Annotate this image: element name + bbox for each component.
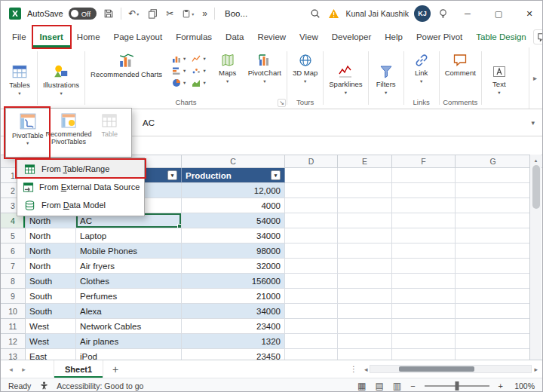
dialog-launcher-icon[interactable]: ↘: [278, 99, 286, 107]
scrollbar-thumb[interactable]: [399, 366, 474, 372]
cell-product[interactable]: Clothes: [76, 274, 182, 289]
illustrations-button[interactable]: Illustrations ▾: [40, 60, 82, 97]
maximize-button[interactable]: ▢: [486, 1, 511, 26]
cell-product[interactable]: Air fryers: [76, 259, 182, 274]
hscroll-right-icon[interactable]: ▸: [534, 366, 538, 373]
tab-formulas[interactable]: Formulas: [169, 26, 219, 47]
col-header-c[interactable]: C: [182, 155, 285, 167]
cell-region[interactable]: North: [26, 243, 76, 259]
cell-product[interactable]: Alexa: [76, 304, 182, 319]
zoom-out-button[interactable]: −: [409, 381, 416, 390]
cell-production[interactable]: 12,000: [182, 183, 285, 198]
clipboard-icon[interactable]: ▾: [180, 8, 195, 19]
row-header[interactable]: 7: [1, 259, 26, 274]
scatter-chart-button[interactable]: ▾: [192, 66, 205, 75]
user-name[interactable]: Kunal Jai Kaushik: [346, 9, 409, 18]
filter-button[interactable]: ▾: [271, 170, 281, 180]
view-normal-icon[interactable]: ▦: [356, 381, 367, 391]
tab-help[interactable]: Help: [378, 26, 410, 47]
menu-item-from-data-model[interactable]: From Data Model: [17, 196, 144, 214]
zoom-in-button[interactable]: +: [497, 381, 505, 390]
cell-region[interactable]: West: [26, 334, 76, 349]
close-button[interactable]: ✕: [517, 1, 542, 26]
text-button[interactable]: Text ▾: [484, 61, 514, 96]
cell-region[interactable]: West: [26, 319, 76, 334]
row-header[interactable]: 13: [1, 349, 26, 360]
row-header[interactable]: 5: [1, 228, 26, 243]
cell-region[interactable]: East: [26, 349, 76, 360]
sparklines-button[interactable]: Sparklines ▾: [326, 61, 365, 96]
row-header[interactable]: 6: [1, 243, 26, 259]
cell-production[interactable]: 4000: [182, 198, 285, 213]
row-header[interactable]: 8: [1, 274, 26, 289]
line-chart-button[interactable]: ▾: [192, 54, 205, 63]
view-page-layout-icon[interactable]: ▤: [373, 381, 385, 391]
autosave-toggle[interactable]: Off: [69, 8, 97, 20]
cell-production-header[interactable]: Production▾: [182, 168, 285, 183]
save-icon[interactable]: [102, 7, 115, 20]
3d-map-button[interactable]: 3D Map ▾: [290, 50, 321, 85]
cell-product[interactable]: Network Cables: [76, 319, 182, 334]
cell-product[interactable]: iPod: [76, 349, 182, 360]
cell-production[interactable]: 98000: [182, 243, 285, 259]
cell-product[interactable]: Air planes: [76, 334, 182, 349]
cell-product[interactable]: Mobile Phones: [76, 243, 182, 259]
tables-button[interactable]: Tables ▾: [5, 60, 35, 97]
recommended-pivottables-button[interactable]: Recommended PivotTables: [48, 110, 88, 155]
cell-production[interactable]: 34000: [182, 304, 285, 319]
col-header-e[interactable]: E: [338, 155, 392, 167]
comment-button[interactable]: Comment: [442, 50, 479, 79]
cell-region[interactable]: North: [26, 259, 76, 274]
formula-input[interactable]: AC: [143, 118, 155, 127]
alert-icon[interactable]: [327, 7, 341, 20]
document-title[interactable]: Boo...: [225, 9, 247, 18]
maps-button[interactable]: Maps ▾: [213, 50, 243, 85]
scroll-up-icon[interactable]: ▴: [535, 155, 538, 165]
col-header-g[interactable]: G: [456, 155, 531, 167]
bar-chart-button[interactable]: ▾: [172, 66, 186, 75]
zoom-slider[interactable]: [425, 385, 489, 387]
tab-view[interactable]: View: [293, 26, 325, 47]
tab-developer[interactable]: Developer: [325, 26, 378, 47]
recommended-charts-button[interactable]: Recommended Charts: [87, 50, 165, 81]
col-header-d[interactable]: D: [285, 155, 338, 167]
cell-production[interactable]: 156000: [182, 274, 285, 289]
sheet-nav-right-icon[interactable]: ▸: [18, 366, 29, 373]
view-page-break-icon[interactable]: ▥: [391, 381, 403, 391]
cell-product[interactable]: Laptop: [76, 228, 182, 243]
tab-data[interactable]: Data: [219, 26, 250, 47]
cell-production[interactable]: 23400: [182, 319, 285, 334]
accessibility-status[interactable]: Accessibility: Good to go: [57, 381, 143, 390]
more-commands-icon[interactable]: »: [201, 8, 209, 19]
cell-region[interactable]: South: [26, 289, 76, 304]
vertical-scrollbar[interactable]: ▴: [529, 155, 541, 360]
tab-insert[interactable]: Insert: [33, 26, 70, 47]
column-chart-button[interactable]: ▾: [172, 54, 186, 63]
row-header[interactable]: 12: [1, 334, 26, 349]
tab-file[interactable]: File: [5, 26, 33, 47]
sheet-nav-left-icon[interactable]: ◂: [5, 366, 17, 373]
undo-button[interactable]: ↶▾: [127, 8, 140, 19]
pivottable-button[interactable]: PivotTable ▾: [8, 110, 48, 155]
minimize-button[interactable]: ─: [455, 1, 480, 26]
cell-production[interactable]: 32000: [182, 259, 285, 274]
splitter-icon[interactable]: ⋮: [345, 365, 362, 373]
col-header-f[interactable]: F: [392, 155, 456, 167]
tab-home[interactable]: Home: [70, 26, 107, 47]
row-header[interactable]: 11: [1, 319, 26, 334]
horizontal-scrollbar[interactable]: [370, 365, 532, 373]
cell-region[interactable]: North: [26, 228, 76, 243]
row-header[interactable]: 9: [1, 289, 26, 304]
zoom-slider-knob[interactable]: [455, 381, 459, 390]
cell-production[interactable]: 1320: [182, 334, 285, 349]
cell-region[interactable]: South: [26, 304, 76, 319]
cell-region[interactable]: South: [26, 274, 76, 289]
filters-button[interactable]: Filters ▾: [371, 61, 401, 96]
menu-item-from-table-range[interactable]: From Table/Range: [17, 160, 144, 178]
pie-chart-button[interactable]: ▾: [172, 78, 186, 87]
cut-icon[interactable]: ✂: [164, 8, 175, 19]
zoom-level[interactable]: 100%: [511, 381, 535, 390]
accessibility-icon[interactable]: [37, 379, 51, 392]
lightbulb-icon[interactable]: [436, 7, 449, 20]
filter-button[interactable]: ▾: [167, 170, 177, 180]
